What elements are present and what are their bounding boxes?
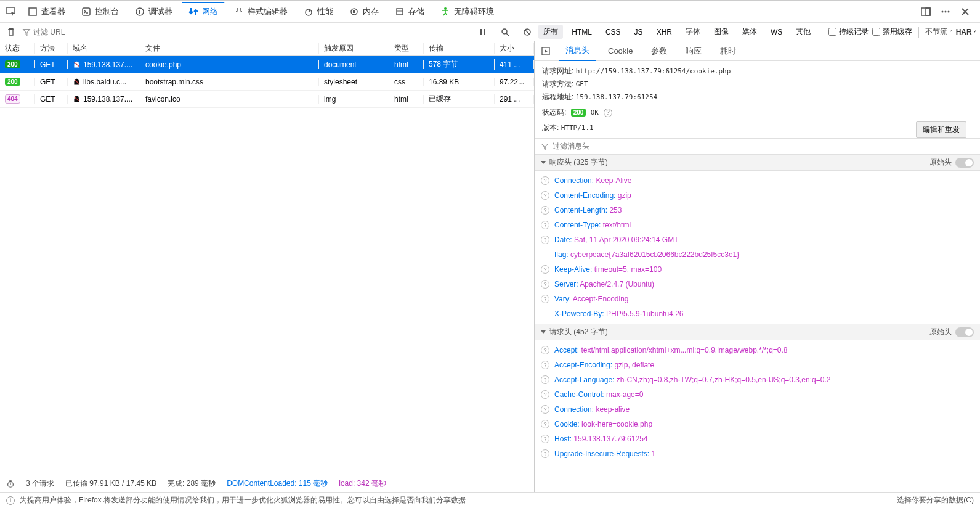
tab-cookies[interactable]: Cookie xyxy=(602,43,639,59)
block-icon[interactable] xyxy=(520,25,535,39)
help-icon[interactable]: ? xyxy=(541,176,549,185)
throttle-select[interactable]: 不节流 ᐟ xyxy=(925,27,952,37)
col-type[interactable]: 类型 xyxy=(389,43,424,54)
filter-icon xyxy=(22,28,31,36)
raw-toggle[interactable]: 原始头 xyxy=(929,157,974,168)
header-item: X-Powered-By: PHP/5.5.9-1ubuntu4.26 xyxy=(541,306,974,321)
details-tabs: 消息头 Cookie 参数 响应 耗时 xyxy=(535,41,980,61)
filter-type-other[interactable]: 其他 xyxy=(791,25,816,39)
help-icon[interactable]: ? xyxy=(541,449,549,458)
help-icon[interactable]: ? xyxy=(541,191,549,200)
more-icon[interactable] xyxy=(938,4,953,19)
load-time: load: 342 毫秒 xyxy=(339,478,386,489)
tab-params[interactable]: 参数 xyxy=(645,42,673,60)
header-item: ?Connection: Keep-Alive xyxy=(541,173,974,188)
help-icon[interactable]: ? xyxy=(541,375,549,384)
pick-element-icon[interactable] xyxy=(4,4,18,19)
help-icon[interactable]: ? xyxy=(541,361,549,369)
col-domain[interactable]: 域名 xyxy=(68,43,140,54)
har-menu[interactable]: HAR ᐟ xyxy=(956,28,976,36)
help-icon[interactable]: ? xyxy=(541,265,549,274)
help-icon xyxy=(541,309,549,318)
help-icon[interactable]: ? xyxy=(541,206,549,215)
finish-time: 完成: 289 毫秒 xyxy=(168,478,216,489)
raw-toggle[interactable]: 原始头 xyxy=(929,327,974,337)
table-row[interactable]: 404GET 159.138.137....favicon.icoimghtml… xyxy=(0,91,534,108)
clear-icon[interactable] xyxy=(4,25,18,39)
header-item: ?Keep-Alive: timeout=5, max=100 xyxy=(541,262,974,277)
filter-headers-input[interactable] xyxy=(535,138,980,154)
help-icon[interactable]: ? xyxy=(604,109,612,117)
tab-response[interactable]: 响应 xyxy=(679,42,708,60)
svg-point-14 xyxy=(948,10,950,12)
help-icon[interactable]: ? xyxy=(541,280,549,289)
search-icon[interactable] xyxy=(498,25,512,39)
choose-data-link[interactable]: 选择你要分享的数据(C) xyxy=(897,495,974,506)
col-status[interactable]: 状态 xyxy=(0,43,35,54)
col-size[interactable]: 大小 xyxy=(495,43,534,54)
dock-icon[interactable] xyxy=(918,4,933,19)
help-icon[interactable]: ? xyxy=(541,295,549,303)
devtools-toolbar: 查看器 控制台 调试器 网络 样式编辑器 性能 内存 存储 无障碍环境 xyxy=(0,1,980,23)
tab-inspector[interactable]: 查看器 xyxy=(21,2,72,21)
request-summary: 请求网址: http://159.138.137.79:61254/cookie… xyxy=(535,61,980,138)
tab-headers[interactable]: 消息头 xyxy=(559,41,596,61)
col-transfer[interactable]: 传输 xyxy=(424,43,495,54)
tab-debugger[interactable]: 调试器 xyxy=(128,2,179,21)
header-item: ?Content-Encoding: gzip xyxy=(541,188,974,203)
filter-type-xhr[interactable]: XHR xyxy=(652,26,677,38)
edit-resend-button[interactable]: 编辑和重发 xyxy=(916,121,966,138)
request-headers-section[interactable]: 请求头 (452 字节) 原始头 xyxy=(535,324,980,340)
filter-icon xyxy=(541,142,549,150)
svg-point-13 xyxy=(945,10,947,12)
svg-rect-11 xyxy=(926,8,930,15)
status-badge: 200 xyxy=(571,109,586,117)
filter-type-ws[interactable]: WS xyxy=(766,26,787,38)
help-icon[interactable]: ? xyxy=(541,346,549,354)
filter-type-all[interactable]: 所有 xyxy=(538,25,563,39)
svg-point-12 xyxy=(942,10,944,12)
filter-type-media[interactable]: 媒体 xyxy=(737,25,762,39)
tab-console[interactable]: 控制台 xyxy=(75,2,126,21)
help-icon[interactable]: ? xyxy=(541,236,549,244)
help-icon[interactable]: ? xyxy=(541,390,549,399)
help-icon xyxy=(541,250,549,259)
disable-cache-checkbox[interactable]: 禁用缓存 xyxy=(872,27,912,37)
tab-storage[interactable]: 存储 xyxy=(388,2,431,21)
tab-style[interactable]: 样式编辑器 xyxy=(227,2,294,21)
col-file[interactable]: 文件 xyxy=(140,43,319,54)
filter-type-html[interactable]: HTML xyxy=(567,26,597,38)
tab-network[interactable]: 网络 xyxy=(182,2,225,21)
col-method[interactable]: 方法 xyxy=(35,43,68,54)
tab-timing[interactable]: 耗时 xyxy=(714,42,742,60)
filter-type-font[interactable]: 字体 xyxy=(681,25,705,39)
help-icon[interactable]: ? xyxy=(541,405,549,414)
tab-accessibility[interactable]: 无障碍环境 xyxy=(434,2,501,21)
filter-type-css[interactable]: CSS xyxy=(601,26,626,38)
chevron-down-icon xyxy=(541,330,546,334)
tab-performance[interactable]: 性能 xyxy=(297,2,340,21)
help-icon[interactable]: ? xyxy=(541,420,549,428)
response-headers-section[interactable]: 响应头 (325 字节) 原始头 xyxy=(535,154,980,171)
help-icon[interactable]: ? xyxy=(541,221,549,229)
toggle-raw-icon[interactable] xyxy=(538,44,553,59)
help-icon[interactable]: ? xyxy=(541,435,549,443)
pause-icon[interactable] xyxy=(476,25,490,39)
close-icon[interactable] xyxy=(958,4,973,19)
header-item: ?Vary: Accept-Encoding xyxy=(541,292,974,306)
header-item: ?Host: 159.138.137.79:61254 xyxy=(541,432,974,446)
info-icon: i xyxy=(6,496,15,505)
stopwatch-icon xyxy=(6,480,15,488)
table-row[interactable]: 200GET libs.baidu.c...bootstrap.min.csss… xyxy=(0,73,534,91)
header-item: ?Upgrade-Insecure-Requests: 1 xyxy=(541,446,974,461)
url-filter-input[interactable] xyxy=(22,28,207,36)
transfer-size: 已传输 97.91 KB / 17.45 KB xyxy=(65,478,156,489)
persist-checkbox[interactable]: 持续记录 xyxy=(828,27,869,37)
filter-type-img[interactable]: 图像 xyxy=(709,25,734,39)
col-cause[interactable]: 触发原因 xyxy=(319,43,389,54)
header-item: ?Accept-Language: zh-CN,zh;q=0.8,zh-TW;q… xyxy=(541,372,974,387)
table-row[interactable]: 200GET 159.138.137....cookie.phpdocument… xyxy=(0,56,534,73)
tab-memory[interactable]: 内存 xyxy=(342,2,386,21)
filter-type-js[interactable]: JS xyxy=(630,26,648,38)
header-item: ?Content-Length: 253 xyxy=(541,203,974,218)
